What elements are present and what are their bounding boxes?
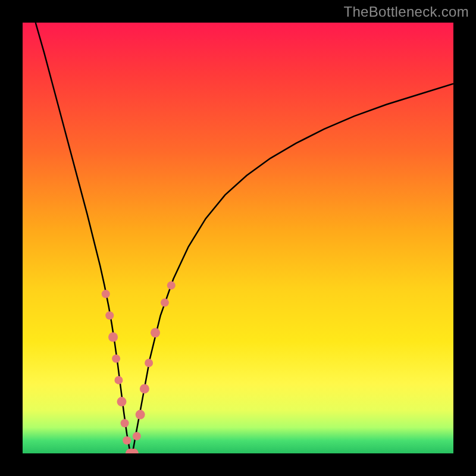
plot-area <box>23 23 453 453</box>
chart-frame: TheBottleneck.com <box>0 0 476 476</box>
data-marker <box>140 384 149 393</box>
data-marker <box>114 376 123 384</box>
watermark-label: TheBottleneck.com <box>343 4 469 20</box>
data-marker <box>136 410 145 419</box>
data-marker <box>121 419 129 427</box>
data-marker <box>108 333 118 342</box>
data-marker <box>117 397 127 406</box>
data-marker <box>112 355 120 363</box>
data-marker <box>151 328 160 337</box>
data-marker <box>102 290 110 298</box>
data-marker <box>161 299 169 307</box>
data-marker <box>145 359 153 367</box>
data-marker <box>123 436 131 444</box>
data-marker <box>105 311 114 320</box>
chart-svg <box>23 23 453 453</box>
data-marker <box>133 432 141 440</box>
data-marker <box>167 281 176 290</box>
bottleneck-curve <box>36 23 453 453</box>
